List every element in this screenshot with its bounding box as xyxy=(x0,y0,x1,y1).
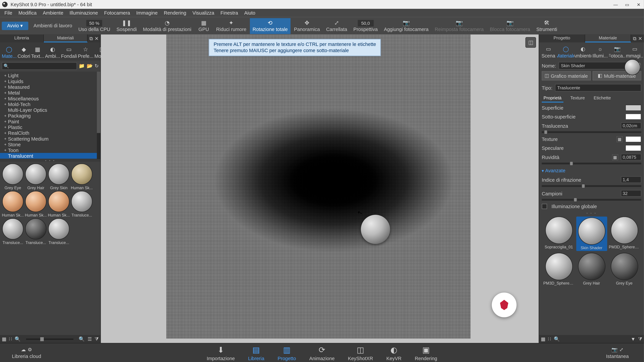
tree-row[interactable]: +Packaging xyxy=(0,113,100,118)
pan-button[interactable]: ✥Panoramica xyxy=(291,18,322,34)
close-right-icon[interactable]: ✕ xyxy=(638,35,642,41)
tree-scrollbar[interactable] xyxy=(97,71,100,159)
gpu-button[interactable]: ▦GPU xyxy=(195,18,212,34)
grid-small-icon[interactable]: ▦ xyxy=(2,336,6,342)
perspective-button[interactable]: 50,0Prospettiva xyxy=(351,18,380,34)
material-search-input[interactable] xyxy=(2,62,77,70)
material-thumb[interactable]: Transluce... xyxy=(48,218,70,245)
tab-proprieta[interactable]: Proprietà xyxy=(542,94,563,103)
list-icon[interactable]: ☰ xyxy=(88,336,92,342)
ambienti-button[interactable]: Ambienti di lavoro xyxy=(31,18,75,34)
tree-row[interactable]: +Metal xyxy=(0,90,100,95)
grid-large-icon[interactable]: ∷ xyxy=(9,336,12,342)
ruvidita-map-icon[interactable]: ▦ xyxy=(612,154,618,160)
ruvidita-slider[interactable] xyxy=(542,163,641,164)
menu-ambiente[interactable]: Ambiente xyxy=(40,9,66,16)
tree-row[interactable]: +Liquids xyxy=(0,78,100,84)
material-thumb[interactable]: Grey Eye xyxy=(2,164,24,190)
menu-fotocamera[interactable]: Fotocamera xyxy=(102,9,133,16)
material-graph-button[interactable]: ◫Grafico materiale xyxy=(542,71,590,80)
material-thumb[interactable]: Transluce... xyxy=(2,218,24,245)
rtab-illuminazione[interactable]: ☼Illumi... xyxy=(592,45,608,59)
subtab-environments[interactable]: ◐Ambi... xyxy=(45,45,60,60)
tree-row[interactable]: +Toon xyxy=(0,147,100,153)
material-thumb[interactable]: Grey Skin xyxy=(48,164,70,190)
material-preview-sphere[interactable] xyxy=(624,59,640,75)
dolly-button[interactable]: ⤢Carrellata xyxy=(324,18,350,34)
tree-row[interactable]: +RealCloth xyxy=(0,130,100,136)
rtab-fotocamera[interactable]: 📷Fotoca... xyxy=(609,45,626,59)
material-name-input[interactable] xyxy=(559,62,632,69)
tab-progetto[interactable]: Progetto xyxy=(539,34,585,42)
add-camera-button[interactable]: 📷Aggiungi fotocamera xyxy=(381,18,431,34)
avvio-button[interactable]: Avvio ▾ xyxy=(2,22,28,30)
splitter-handle[interactable]: • • • xyxy=(0,159,100,162)
texture-swatch[interactable] xyxy=(626,136,641,142)
tab-materiali[interactable]: Materiali xyxy=(44,34,88,42)
subtab-backplates[interactable]: ▭Fondali xyxy=(61,45,77,60)
tools-button[interactable]: 🛠Strumenti xyxy=(534,18,560,34)
tab-etichette[interactable]: Etichette xyxy=(592,94,613,103)
dock-keyshotxr[interactable]: ◫KeyShotXR xyxy=(345,344,376,362)
menu-aiuto[interactable]: Aiuto xyxy=(242,9,258,16)
menu-rendering[interactable]: Rendering xyxy=(161,9,189,16)
rtab-materiale[interactable]: ◯Materiale xyxy=(557,45,574,59)
material-thumb[interactable]: Human Sk... xyxy=(48,191,70,217)
tree-row[interactable]: Multi-Layer Optics xyxy=(0,107,100,113)
cpu-usage-button[interactable]: 50 %Uso della CPU xyxy=(76,18,113,34)
dock-import[interactable]: ⬇Importazione xyxy=(204,344,238,362)
rtab-scena[interactable]: ▭Scena xyxy=(540,45,557,59)
traslucenza-input[interactable] xyxy=(621,122,641,129)
thumb-size-slider[interactable] xyxy=(26,338,74,340)
indice-input[interactable] xyxy=(621,176,641,183)
scene-material-thumb[interactable]: PM3D_Sphere3D2 xyxy=(609,217,640,251)
material-thumb[interactable]: Human Sk... xyxy=(71,164,93,190)
material-thumb[interactable]: Grey Hair xyxy=(25,164,47,190)
menu-illuminazione[interactable]: Illuminazione xyxy=(67,9,100,16)
close-panel-icon[interactable]: ✕ xyxy=(94,35,98,41)
speculare-swatch[interactable] xyxy=(626,145,641,151)
sotto-swatch[interactable] xyxy=(626,114,641,120)
minimize-button[interactable]: — xyxy=(612,1,619,8)
dock-keyvr[interactable]: ◐KeyVR xyxy=(384,344,404,362)
material-thumb[interactable]: Human Sk... xyxy=(25,191,47,217)
subtab-colors[interactable]: ◆Colori xyxy=(18,45,30,60)
tab-materiale[interactable]: Materiale xyxy=(585,34,631,42)
undock-icon[interactable]: ⧉ xyxy=(90,35,93,41)
subtab-materials[interactable]: ◯Mate... xyxy=(2,45,17,60)
dock-cloud[interactable]: ☁⚙ Libreria cloud xyxy=(0,347,53,359)
tree-row[interactable]: +Light xyxy=(0,72,100,78)
undock-right-icon[interactable]: ⧉ xyxy=(633,35,636,41)
material-thumb[interactable]: Transluce... xyxy=(71,191,93,217)
scene-material-thumb[interactable]: Grey Hair xyxy=(576,253,607,285)
tree-row[interactable]: +Mold-Tech xyxy=(0,101,100,107)
grid-icon[interactable]: ▦ xyxy=(541,336,545,342)
material-thumb[interactable]: Transluce... xyxy=(25,218,47,245)
pause-button[interactable]: ❚❚Sospendi xyxy=(114,18,140,34)
superficie-swatch[interactable] xyxy=(626,105,641,111)
menu-finestra[interactable]: Finestra xyxy=(218,9,241,16)
rtab-ambiente[interactable]: ◐Ambiente xyxy=(574,45,591,59)
ruvidita-input[interactable] xyxy=(621,154,641,161)
viewport[interactable]: ↖ Premere ALT per mantenere le texture e… xyxy=(101,34,539,343)
material-thumb[interactable]: Human Sk... xyxy=(2,191,24,217)
menu-visualizza[interactable]: Visualizza xyxy=(190,9,217,16)
subtab-favorites[interactable]: ☆Prefe... xyxy=(78,45,94,60)
campioni-slider[interactable] xyxy=(542,199,641,201)
traslucenza-slider[interactable] xyxy=(542,131,641,133)
dock-animation[interactable]: ⟳Animazione xyxy=(306,344,337,362)
illum-checkbox[interactable] xyxy=(542,204,547,209)
dock-render[interactable]: ▣Rendering xyxy=(412,344,440,362)
filter-icon[interactable]: ▼ xyxy=(631,336,636,342)
menu-file[interactable]: File xyxy=(2,9,15,16)
tab-libreria[interactable]: Libreria xyxy=(0,34,44,42)
tree-row[interactable]: +Miscellaneous xyxy=(0,95,100,101)
rtab-immagine[interactable]: ▭Immagi... xyxy=(626,45,643,59)
dock-library[interactable]: ▤Libreria xyxy=(245,344,267,362)
texture-map-icon[interactable]: ▦ xyxy=(616,136,623,142)
menu-immagine[interactable]: Immagine xyxy=(134,9,160,16)
denoise-button[interactable]: ✦Riduci rumore xyxy=(214,18,249,34)
advanced-header[interactable]: ▾ Avanzate xyxy=(542,166,641,175)
more-icon[interactable]: ⧩ xyxy=(638,336,642,342)
scene-material-thumb[interactable]: Skin Shader xyxy=(576,217,607,251)
